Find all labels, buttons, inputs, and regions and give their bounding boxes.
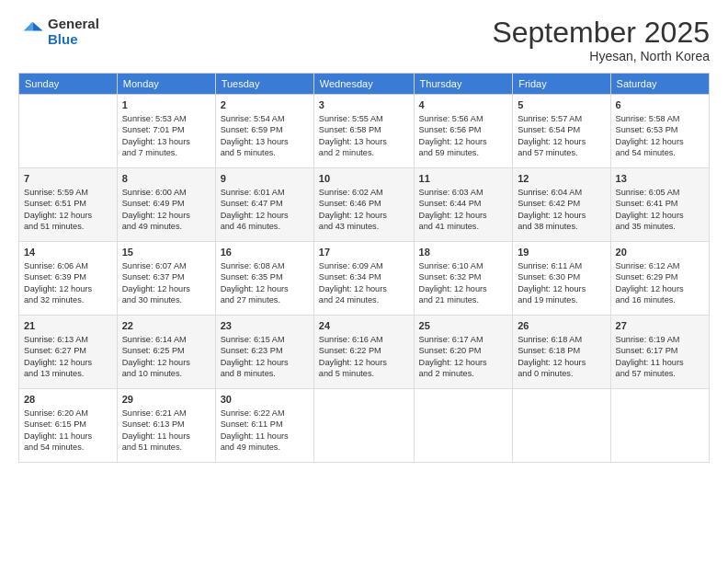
calendar-cell: 30Sunrise: 6:22 AM Sunset: 6:11 PM Dayli… (215, 389, 313, 463)
day-number: 6 (616, 98, 704, 112)
calendar-cell: 27Sunrise: 6:19 AM Sunset: 6:17 PM Dayli… (610, 316, 709, 389)
day-number: 12 (518, 172, 605, 186)
calendar-cell: 23Sunrise: 6:15 AM Sunset: 6:23 PM Dayli… (215, 316, 313, 389)
day-info: Sunrise: 6:22 AM Sunset: 6:11 PM Dayligh… (221, 408, 309, 454)
calendar-header-row: Sunday Monday Tuesday Wednesday Thursday… (19, 74, 710, 95)
week-row-4: 21Sunrise: 6:13 AM Sunset: 6:27 PM Dayli… (19, 316, 710, 389)
calendar-cell: 4Sunrise: 5:56 AM Sunset: 6:56 PM Daylig… (414, 95, 513, 168)
calendar-cell: 12Sunrise: 6:04 AM Sunset: 6:42 PM Dayli… (513, 168, 610, 242)
calendar-cell: 5Sunrise: 5:57 AM Sunset: 6:54 PM Daylig… (513, 95, 610, 168)
day-info: Sunrise: 6:03 AM Sunset: 6:44 PM Dayligh… (419, 187, 508, 233)
day-info: Sunrise: 5:54 AM Sunset: 6:59 PM Dayligh… (221, 113, 309, 159)
day-number: 3 (319, 98, 409, 112)
day-number: 27 (616, 319, 704, 333)
calendar-cell: 17Sunrise: 6:09 AM Sunset: 6:34 PM Dayli… (313, 242, 414, 316)
day-number: 18 (419, 246, 508, 259)
day-info: Sunrise: 6:17 AM Sunset: 6:20 PM Dayligh… (419, 334, 508, 380)
day-number: 30 (221, 393, 309, 407)
day-info: Sunrise: 6:02 AM Sunset: 6:46 PM Dayligh… (319, 187, 409, 233)
calendar-cell: 29Sunrise: 6:21 AM Sunset: 6:13 PM Dayli… (117, 389, 215, 463)
day-number: 13 (616, 172, 704, 186)
day-info: Sunrise: 6:16 AM Sunset: 6:22 PM Dayligh… (319, 334, 409, 380)
calendar-cell: 7Sunrise: 5:59 AM Sunset: 6:51 PM Daylig… (19, 168, 118, 242)
day-info: Sunrise: 6:06 AM Sunset: 6:39 PM Dayligh… (24, 260, 112, 306)
day-number: 8 (122, 172, 210, 186)
calendar-cell: 28Sunrise: 6:20 AM Sunset: 6:15 PM Dayli… (19, 389, 118, 463)
day-number: 5 (518, 98, 605, 112)
day-number: 19 (518, 246, 605, 259)
day-info: Sunrise: 6:08 AM Sunset: 6:35 PM Dayligh… (221, 260, 309, 306)
day-info: Sunrise: 5:55 AM Sunset: 6:58 PM Dayligh… (319, 113, 409, 159)
header: General Blue September 2025 Hyesan, Nort… (18, 17, 710, 63)
calendar-table: Sunday Monday Tuesday Wednesday Thursday… (18, 73, 710, 463)
logo-text: General Blue (48, 17, 99, 47)
day-info: Sunrise: 6:20 AM Sunset: 6:15 PM Dayligh… (24, 408, 112, 454)
day-info: Sunrise: 5:58 AM Sunset: 6:53 PM Dayligh… (616, 113, 704, 159)
calendar-cell: 8Sunrise: 6:00 AM Sunset: 6:49 PM Daylig… (117, 168, 215, 242)
day-info: Sunrise: 6:18 AM Sunset: 6:18 PM Dayligh… (518, 334, 605, 380)
day-number: 9 (221, 172, 309, 186)
month-title: September 2025 (492, 17, 710, 49)
calendar-cell: 24Sunrise: 6:16 AM Sunset: 6:22 PM Dayli… (313, 316, 414, 389)
day-number: 15 (122, 246, 210, 259)
calendar-cell (313, 389, 414, 463)
day-number: 1 (122, 98, 210, 112)
day-info: Sunrise: 6:15 AM Sunset: 6:23 PM Dayligh… (221, 334, 309, 380)
day-number: 24 (319, 319, 409, 333)
day-number: 25 (419, 319, 508, 333)
location-subtitle: Hyesan, North Korea (492, 49, 710, 63)
calendar-cell: 2Sunrise: 5:54 AM Sunset: 6:59 PM Daylig… (215, 95, 313, 168)
day-number: 26 (518, 319, 605, 333)
day-info: Sunrise: 5:57 AM Sunset: 6:54 PM Dayligh… (518, 113, 605, 159)
day-number: 7 (24, 172, 112, 186)
col-tuesday: Tuesday (215, 74, 313, 95)
logo-blue: Blue (48, 32, 99, 48)
calendar-cell: 3Sunrise: 5:55 AM Sunset: 6:58 PM Daylig… (313, 95, 414, 168)
day-number: 22 (122, 319, 210, 333)
calendar-cell: 18Sunrise: 6:10 AM Sunset: 6:32 PM Dayli… (414, 242, 513, 316)
day-info: Sunrise: 5:56 AM Sunset: 6:56 PM Dayligh… (419, 113, 508, 159)
day-number: 21 (24, 319, 112, 333)
day-info: Sunrise: 6:00 AM Sunset: 6:49 PM Dayligh… (122, 187, 210, 233)
calendar-cell: 20Sunrise: 6:12 AM Sunset: 6:29 PM Dayli… (610, 242, 709, 316)
day-info: Sunrise: 6:05 AM Sunset: 6:41 PM Dayligh… (616, 187, 704, 233)
calendar-cell: 19Sunrise: 6:11 AM Sunset: 6:30 PM Dayli… (513, 242, 610, 316)
col-monday: Monday (117, 74, 215, 95)
col-thursday: Thursday (414, 74, 513, 95)
calendar-cell: 1Sunrise: 5:53 AM Sunset: 7:01 PM Daylig… (117, 95, 215, 168)
calendar-cell: 16Sunrise: 6:08 AM Sunset: 6:35 PM Dayli… (215, 242, 313, 316)
calendar-cell: 10Sunrise: 6:02 AM Sunset: 6:46 PM Dayli… (313, 168, 414, 242)
day-number: 4 (419, 98, 508, 112)
calendar-cell: 14Sunrise: 6:06 AM Sunset: 6:39 PM Dayli… (19, 242, 118, 316)
calendar-cell (610, 389, 709, 463)
page: General Blue September 2025 Hyesan, Nort… (0, 0, 728, 563)
day-info: Sunrise: 6:12 AM Sunset: 6:29 PM Dayligh… (616, 260, 704, 306)
day-number: 16 (221, 246, 309, 259)
logo-general: General (48, 17, 99, 32)
calendar-cell: 13Sunrise: 6:05 AM Sunset: 6:41 PM Dayli… (610, 168, 709, 242)
day-number: 2 (221, 98, 309, 112)
week-row-2: 7Sunrise: 5:59 AM Sunset: 6:51 PM Daylig… (19, 168, 710, 242)
calendar-cell: 25Sunrise: 6:17 AM Sunset: 6:20 PM Dayli… (414, 316, 513, 389)
day-number: 17 (319, 246, 409, 259)
calendar-cell (513, 389, 610, 463)
calendar-cell (414, 389, 513, 463)
day-info: Sunrise: 6:09 AM Sunset: 6:34 PM Dayligh… (319, 260, 409, 306)
week-row-5: 28Sunrise: 6:20 AM Sunset: 6:15 PM Dayli… (19, 389, 710, 463)
col-sunday: Sunday (19, 74, 118, 95)
day-info: Sunrise: 6:04 AM Sunset: 6:42 PM Dayligh… (518, 187, 605, 233)
calendar-cell: 15Sunrise: 6:07 AM Sunset: 6:37 PM Dayli… (117, 242, 215, 316)
calendar-cell: 21Sunrise: 6:13 AM Sunset: 6:27 PM Dayli… (19, 316, 118, 389)
day-number: 23 (221, 319, 309, 333)
day-info: Sunrise: 6:01 AM Sunset: 6:47 PM Dayligh… (221, 187, 309, 233)
day-info: Sunrise: 6:14 AM Sunset: 6:25 PM Dayligh… (122, 334, 210, 380)
week-row-1: 1Sunrise: 5:53 AM Sunset: 7:01 PM Daylig… (19, 95, 710, 168)
day-info: Sunrise: 6:13 AM Sunset: 6:27 PM Dayligh… (24, 334, 112, 380)
logo-icon (18, 19, 44, 45)
day-info: Sunrise: 6:10 AM Sunset: 6:32 PM Dayligh… (419, 260, 508, 306)
day-number: 10 (319, 172, 409, 186)
calendar-cell: 26Sunrise: 6:18 AM Sunset: 6:18 PM Dayli… (513, 316, 610, 389)
calendar-cell: 22Sunrise: 6:14 AM Sunset: 6:25 PM Dayli… (117, 316, 215, 389)
day-number: 14 (24, 246, 112, 259)
calendar-cell: 11Sunrise: 6:03 AM Sunset: 6:44 PM Dayli… (414, 168, 513, 242)
